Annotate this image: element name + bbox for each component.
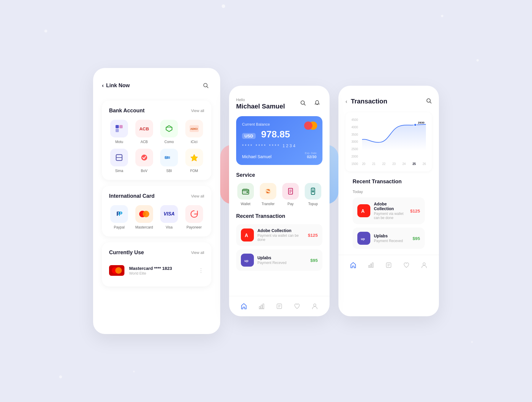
tx3-uplabs-desc: Payment Receved: [374, 239, 409, 243]
tx3-uplabs-name: Uplabs: [374, 234, 409, 238]
nav-stats[interactable]: [256, 301, 267, 312]
bottom-nav: [229, 296, 330, 316]
bov-icon: [135, 149, 153, 166]
currently-item[interactable]: Mastercard **** 1823 World Elite ⋮: [109, 262, 204, 279]
bank-item-como[interactable]: Como: [159, 120, 179, 144]
nav-list[interactable]: [274, 301, 285, 312]
bank-item-icici[interactable]: ADICI iCici: [184, 120, 205, 144]
svg-rect-44: [370, 264, 372, 268]
transfer-label: Transfer: [262, 202, 275, 206]
search-icon-home[interactable]: [298, 98, 308, 108]
service-transfer[interactable]: Transfer: [259, 183, 278, 206]
fom-label: FOM: [190, 169, 198, 173]
tx-search-button[interactable]: [426, 98, 432, 105]
today-label: Today: [353, 189, 425, 194]
tx3-adobe-name: Adobe Collection: [374, 202, 407, 211]
nav3-favorites[interactable]: [401, 260, 412, 270]
card-item-payoneer[interactable]: Payoneer: [184, 205, 205, 229]
bank-view-all[interactable]: View all: [191, 108, 204, 113]
svg-rect-2: [116, 125, 119, 128]
balance-value: 978.85: [261, 129, 290, 140]
mastercard-icon-box: [135, 205, 153, 223]
search-button[interactable]: [200, 80, 211, 91]
adobe-icon: A: [241, 228, 254, 241]
x-label-21: 21: [372, 162, 375, 166]
recent-tx-section-title: Recent Transaction: [353, 179, 425, 185]
card-item-visa[interactable]: VISA Visa: [159, 205, 179, 229]
paypal-icon: PP: [110, 205, 128, 223]
y-label-5: 2500: [351, 147, 358, 151]
service-wallet[interactable]: Wallet: [236, 183, 255, 206]
currently-title: Currently Use: [109, 249, 144, 256]
svg-text:P: P: [119, 210, 122, 217]
balance-card: Current Balance USD 978.85 **** **** ***…: [236, 116, 322, 165]
nav3-stats[interactable]: [366, 260, 376, 270]
uplabs-tx-amount: $95: [310, 258, 318, 263]
x-label-25: 25: [413, 162, 416, 166]
y-label-2: 4000: [351, 126, 358, 129]
bank-item-sima[interactable]: Sima: [109, 149, 129, 173]
svg-text:up: up: [361, 237, 365, 241]
balance-label: Current Balance: [242, 122, 317, 127]
nav3-list[interactable]: [383, 260, 394, 270]
currency-label: USD: [242, 133, 256, 139]
chart-peak-value: 2930: [418, 121, 424, 124]
user-name-text: Michael Samuel: [236, 103, 285, 110]
uplabs-tx-info: Uplabs Payment Receved: [257, 255, 307, 265]
sbi-icon: SBI: [160, 149, 178, 166]
adobe-tx-amount: $125: [308, 233, 318, 238]
uplabs-icon: up: [241, 254, 254, 267]
card-view-all[interactable]: View all: [191, 194, 204, 198]
tx-uplabs[interactable]: up Uplabs Payment Receved $95: [236, 249, 322, 271]
screen-transaction: ‹ Transaction 4500 4000 3500: [338, 86, 439, 316]
recent-tx-title: Recent Transaction: [236, 213, 322, 219]
tx3-adobe[interactable]: A Adobe Collection Payment via wallet ca…: [353, 197, 425, 224]
bottom-nav-3: [338, 255, 439, 275]
tx3-uplabs[interactable]: up Uplabs Payment Receved $95: [353, 228, 425, 249]
svg-rect-31: [259, 307, 260, 309]
bank-section-title: Bank Account: [109, 108, 145, 114]
nav-profile[interactable]: [309, 301, 320, 312]
tx-back-button[interactable]: ‹: [346, 98, 347, 105]
x-label-23: 23: [392, 162, 395, 166]
greeting-text: Hello: [236, 98, 285, 102]
sbi-label: SBI: [166, 169, 172, 173]
bank-item-fom[interactable]: FOM: [184, 149, 205, 173]
como-icon: [160, 120, 178, 137]
service-topup[interactable]: Topup: [304, 183, 322, 206]
nav-home[interactable]: [239, 301, 249, 312]
currently-card-name: Mastercard **** 1823: [129, 266, 194, 271]
fom-icon: [185, 149, 203, 166]
nav3-profile[interactable]: [419, 260, 429, 270]
tx-adobe[interactable]: A Adobe Collection Payment via wallet ca…: [236, 224, 322, 246]
bank-item-motu[interactable]: Motu: [109, 120, 129, 144]
icici-label: iCici: [191, 140, 197, 144]
sima-label: Sima: [115, 169, 123, 173]
nav-favorites[interactable]: [292, 301, 302, 312]
service-grid: Wallet Transfer: [236, 183, 322, 206]
motu-icon: [110, 120, 128, 137]
bank-item-bov[interactable]: BoV: [134, 149, 155, 173]
search-icon: [203, 82, 209, 88]
y-label-1: 4500: [351, 118, 358, 121]
balance-amount: USD 978.85: [242, 129, 317, 140]
card-item-paypal[interactable]: PP Paypal: [109, 205, 129, 229]
bank-item-acb[interactable]: ACB ACB: [134, 120, 155, 144]
svg-line-17: [304, 104, 306, 106]
bank-item-sbi[interactable]: SBI SBI: [159, 149, 179, 173]
svg-text:A: A: [245, 233, 248, 238]
back-button[interactable]: ‹ Link Now: [102, 82, 130, 89]
card-item-mastercard[interactable]: Mastercard: [134, 205, 155, 229]
international-card-section: International Card View all PP Paypal: [102, 186, 211, 236]
svg-rect-33: [263, 304, 264, 309]
payoneer-label: Payoneer: [186, 225, 202, 229]
sima-icon: [110, 149, 128, 166]
more-options-button[interactable]: ⋮: [198, 267, 204, 274]
currently-view-all[interactable]: View all: [191, 250, 204, 255]
y-label-4: 3000: [351, 140, 358, 143]
notification-icon[interactable]: [312, 98, 322, 108]
svg-text:up: up: [244, 259, 249, 262]
bank-icons-grid: Motu ACB ACB Como ADICI iCici: [109, 120, 204, 173]
service-pay[interactable]: Pay: [281, 183, 300, 206]
nav3-home[interactable]: [348, 260, 359, 270]
